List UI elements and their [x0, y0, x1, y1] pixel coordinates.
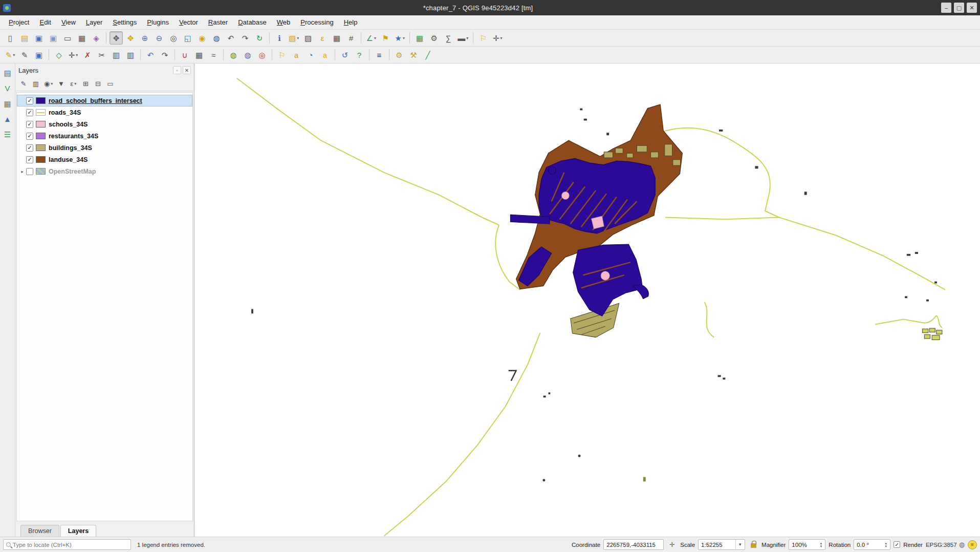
layer-item-landuse_34S[interactable]: ✓landuse_34S	[17, 154, 192, 165]
geolocate-button[interactable]: ◎	[255, 48, 269, 61]
zoom-to-layer-button[interactable]: ◍	[210, 31, 223, 45]
select-by-expression-button[interactable]: ε	[316, 31, 329, 45]
tab-browser[interactable]: Browser	[20, 525, 59, 537]
open-project-button[interactable]: ▤	[18, 31, 31, 45]
menu-raster[interactable]: Raster	[204, 16, 232, 28]
add-group-button[interactable]: ▥	[30, 78, 41, 90]
annotation-tools-button[interactable]: ✛▾	[491, 31, 504, 45]
layer-item-OpenStreetMap[interactable]: ▸OpenStreetMap	[17, 165, 192, 177]
collapse-all-button[interactable]: ⊟	[92, 78, 103, 90]
zoom-actual-button[interactable]: ◎	[167, 31, 180, 45]
open-attribute-table-button[interactable]: ▦	[330, 31, 343, 45]
coordinate-box[interactable]	[603, 539, 664, 550]
dropdown-arrow-icon[interactable]: ▾	[374, 36, 376, 40]
locator-box[interactable]	[3, 539, 131, 550]
current-edits-button[interactable]: ✎▾	[4, 48, 17, 61]
highlight-labels-button[interactable]: a	[318, 48, 332, 61]
pan-to-selection-button[interactable]: ✥	[124, 31, 137, 45]
remove-layer-button[interactable]: ▭	[104, 78, 116, 90]
close-button[interactable]: ✕	[967, 3, 977, 13]
open-layer-styling-button[interactable]: ✎	[18, 78, 29, 90]
data-source-manager-button[interactable]: ▤	[2, 67, 14, 79]
snapping-options-button[interactable]: ∪	[178, 48, 191, 61]
label-pin-button[interactable]: ⚐	[275, 48, 289, 61]
add-delimited-text-layer-button[interactable]: ☰	[2, 128, 14, 140]
style-manager-button[interactable]: ◈	[90, 31, 103, 45]
dropdown-arrow-icon[interactable]: ▾	[403, 36, 405, 40]
undo-button[interactable]: ↶	[144, 48, 157, 61]
coordinate-input[interactable]	[606, 542, 661, 548]
layer-visibility-checkbox[interactable]	[26, 168, 33, 175]
field-calculator-button[interactable]: #	[344, 31, 358, 45]
layer-label[interactable]: restaurants_34S	[49, 133, 98, 140]
minimize-button[interactable]: –	[941, 3, 951, 13]
options-gear-button[interactable]: ⚙	[427, 31, 441, 45]
layer-label[interactable]: roads_34S	[49, 109, 81, 116]
layer-visibility-checkbox[interactable]: ✓	[26, 97, 33, 104]
layer-label[interactable]: OpenStreetMap	[49, 168, 96, 175]
extents-icon[interactable]: ✛	[667, 540, 677, 550]
osm-download-button[interactable]: ◍	[227, 48, 240, 61]
add-vector-layer-button[interactable]: V	[2, 82, 14, 94]
identify-features-button[interactable]: ℹ	[273, 31, 286, 45]
toggle-editing-button[interactable]: ✎	[18, 48, 31, 61]
menu-database[interactable]: Database	[233, 16, 271, 28]
vertex-tool-button[interactable]: ✛▾	[67, 48, 80, 61]
maximize-button[interactable]: ▢	[954, 3, 964, 13]
menu-plugins[interactable]: Plugins	[142, 16, 173, 28]
panel-float-button[interactable]: ▫	[173, 66, 181, 74]
manage-map-themes-button[interactable]: ◉▾	[42, 78, 54, 90]
pan-map-button[interactable]: ✥	[110, 31, 123, 45]
paste-features-button[interactable]: ▥	[124, 48, 137, 61]
topology-checker-button[interactable]: ▦	[192, 48, 206, 61]
save-project-button[interactable]: ▣	[32, 31, 46, 45]
copy-features-button[interactable]: ▥	[110, 48, 123, 61]
messages-button[interactable]: ≡	[968, 540, 977, 549]
layer-visibility-checkbox[interactable]: ✓	[26, 121, 33, 128]
layer-labeling-button[interactable]: a	[290, 48, 303, 61]
cut-features-button[interactable]: ✂	[95, 48, 108, 61]
vector-split-button[interactable]: ╱	[421, 48, 434, 61]
delete-selected-button[interactable]: ✗	[81, 48, 94, 61]
layer-item-road_school_buffers_intersect[interactable]: ✓road_school_buffers_intersect	[17, 95, 192, 107]
measure-button[interactable]: ∠▾	[364, 31, 378, 45]
layer-label[interactable]: schools_34S	[49, 121, 88, 128]
layer-visibility-checkbox[interactable]: ✓	[26, 133, 33, 140]
save-project-as-button[interactable]: ▣	[47, 31, 60, 45]
menu-processing[interactable]: Processing	[296, 16, 338, 28]
redo-button[interactable]: ↷	[158, 48, 171, 61]
filter-by-expression-button[interactable]: ε▾	[68, 78, 79, 90]
layer-label[interactable]: buildings_34S	[49, 144, 92, 152]
statistics-sum-button[interactable]: ∑	[442, 31, 455, 45]
render-checkbox[interactable]: ✓	[894, 541, 900, 548]
add-polygon-feature-button[interactable]: ◇	[52, 48, 66, 61]
spinner-arrows-icon[interactable]: ▲▼	[884, 542, 887, 548]
dropdown-arrow-icon[interactable]: ▾	[297, 36, 299, 40]
layer-expander-icon[interactable]: ▸	[18, 169, 26, 174]
dropdown-arrow-icon[interactable]: ▾	[74, 81, 76, 86]
deselect-features-button[interactable]: ▨	[301, 31, 315, 45]
expand-all-button[interactable]: ⊞	[80, 78, 91, 90]
add-mesh-layer-button[interactable]: ▲	[2, 113, 14, 125]
annotation-flag-button[interactable]: ⚐	[476, 31, 490, 45]
scale-combo[interactable]: ▼	[698, 539, 745, 550]
metasearch-button[interactable]: ◍	[241, 48, 254, 61]
rotation-box[interactable]: ▲▼	[854, 539, 890, 550]
refresh-plugin-button[interactable]: ↺	[338, 48, 352, 61]
layer-visibility-checkbox[interactable]: ✓	[26, 144, 33, 152]
menu-vector[interactable]: Vector	[175, 16, 203, 28]
dropdown-arrow-icon[interactable]: ▾	[76, 53, 78, 57]
add-raster-layer-button[interactable]: ▦	[2, 97, 14, 110]
help-contents-button[interactable]: ?	[353, 48, 366, 61]
menu-settings[interactable]: Settings	[108, 16, 141, 28]
attribute-grid-button[interactable]: ▦	[413, 31, 426, 45]
layer-item-schools_34S[interactable]: ✓schools_34S	[17, 118, 192, 130]
select-features-button[interactable]: ▧▾	[287, 31, 300, 45]
crs-badge[interactable]: EPSG:3857 ◍	[926, 541, 965, 548]
layer-label[interactable]: landuse_34S	[49, 156, 88, 163]
new-bookmark-button[interactable]: ★▾	[393, 31, 406, 45]
dropdown-arrow-icon[interactable]: ▾	[51, 81, 53, 86]
new-print-layout-button[interactable]: ▭	[61, 31, 74, 45]
tracing-button[interactable]: ≈	[207, 48, 220, 61]
tab-layers[interactable]: Layers	[60, 525, 96, 537]
